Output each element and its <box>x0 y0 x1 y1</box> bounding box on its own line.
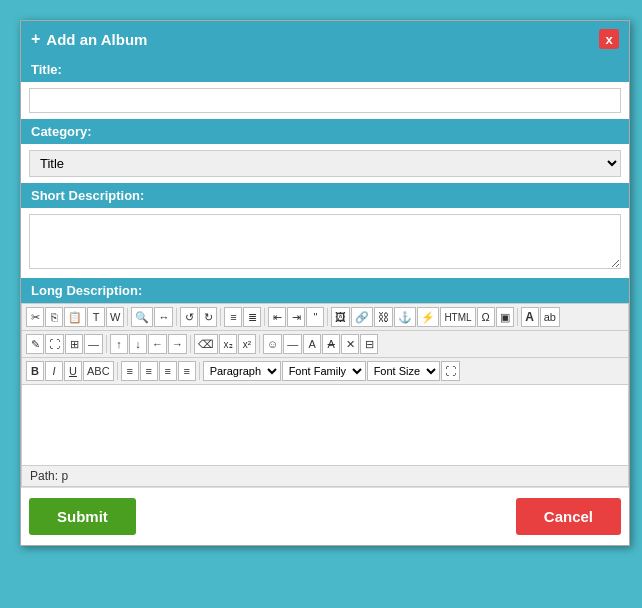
col-right-button[interactable]: → <box>168 334 187 354</box>
path-bar: Path: p <box>22 465 628 486</box>
category-select[interactable]: Title <box>29 150 621 177</box>
cancel-button[interactable]: Cancel <box>516 498 621 535</box>
hr-button[interactable]: — <box>84 334 103 354</box>
align-justify-button[interactable]: ≡ <box>178 361 196 381</box>
maximize-button[interactable]: ⛶ <box>441 361 460 381</box>
flash-button[interactable]: ⚡ <box>417 307 439 327</box>
modal-footer: Submit Cancel <box>21 487 629 545</box>
long-desc-section: ✂ ⎘ 📋 T W 🔍 ↔ ↺ ↻ ≡ ≣ ⇤ ⇥ " 🖼 🔗 ⛓ ⚓ ⚡ HT… <box>21 303 629 487</box>
toolbar-row-3: B I U ABC ≡ ≡ ≡ ≡ Paragraph Font Family … <box>22 358 628 385</box>
unordered-list-button[interactable]: ≡ <box>224 307 242 327</box>
short-desc-field-area <box>21 208 629 278</box>
toolbar-row-1: ✂ ⎘ 📋 T W 🔍 ↔ ↺ ↻ ≡ ≣ ⇤ ⇥ " 🖼 🔗 ⛓ ⚓ ⚡ HT… <box>22 304 628 331</box>
cut-button[interactable]: ✂ <box>26 307 44 327</box>
toolbar-sep-10 <box>117 362 118 380</box>
iframe-button[interactable]: ▣ <box>496 307 514 327</box>
italic-button[interactable]: I <box>45 361 63 381</box>
path-value: p <box>61 469 68 483</box>
align-right-button[interactable]: ≡ <box>159 361 177 381</box>
toolbar-sep-11 <box>199 362 200 380</box>
edit-source-button[interactable]: ✎ <box>26 334 44 354</box>
abc-button[interactable]: ABC <box>83 361 114 381</box>
add-album-modal: + Add an Album x Title: Category: Title … <box>20 20 630 546</box>
table-button[interactable]: ⊞ <box>65 334 83 354</box>
modal-header: + Add an Album x <box>21 21 629 57</box>
paste-word-button[interactable]: W <box>106 307 124 327</box>
special-char-button[interactable]: Ω <box>477 307 495 327</box>
font-family-select[interactable]: Font Family <box>282 361 366 381</box>
blockquote-button[interactable]: " <box>306 307 324 327</box>
paragraph-select[interactable]: Paragraph <box>203 361 281 381</box>
table2-button[interactable]: ⊟ <box>360 334 378 354</box>
subscript-button[interactable]: x₂ <box>219 334 237 354</box>
col-left-button[interactable]: ← <box>148 334 167 354</box>
link-button[interactable]: 🔗 <box>351 307 373 327</box>
paste-button[interactable]: 📋 <box>64 307 86 327</box>
short-desc-input[interactable] <box>29 214 621 269</box>
toolbar-sep-7 <box>106 335 107 353</box>
long-desc-editor[interactable] <box>22 385 628 465</box>
superscript-button[interactable]: x² <box>238 334 256 354</box>
underline-button[interactable]: U <box>64 361 82 381</box>
toolbar-sep-6 <box>517 308 518 326</box>
emoticon-button[interactable]: ☺ <box>263 334 282 354</box>
category-field-area: Title <box>21 144 629 183</box>
format-button[interactable]: A <box>303 334 321 354</box>
align-center-button[interactable]: ≡ <box>140 361 158 381</box>
font-size-select[interactable]: Font Size <box>367 361 440 381</box>
toolbar-row-2: ✎ ⛶ ⊞ — ↑ ↓ ← → ⌫ x₂ x² ☺ — A A ✕ ⊟ <box>22 331 628 358</box>
erase-button[interactable]: ⌫ <box>194 334 218 354</box>
indent-button[interactable]: ⇥ <box>287 307 305 327</box>
highlight-button[interactable]: ab <box>540 307 560 327</box>
toolbar-sep-5 <box>327 308 328 326</box>
strikethrough-button[interactable]: A <box>322 334 340 354</box>
image-button[interactable]: 🖼 <box>331 307 350 327</box>
copy-button[interactable]: ⎘ <box>45 307 63 327</box>
outdent-button[interactable]: ⇤ <box>268 307 286 327</box>
toolbar-sep-9 <box>259 335 260 353</box>
title-input[interactable] <box>29 88 621 113</box>
align-left-button[interactable]: ≡ <box>121 361 139 381</box>
html-button[interactable]: HTML <box>440 307 475 327</box>
modal-title: Add an Album <box>46 31 147 48</box>
short-desc-label: Short Description: <box>21 183 629 208</box>
undo-button[interactable]: ↺ <box>180 307 198 327</box>
insert-hr-button[interactable]: — <box>283 334 302 354</box>
toolbar-sep-4 <box>264 308 265 326</box>
title-label: Title: <box>21 57 629 82</box>
close-button[interactable]: x <box>599 29 619 49</box>
plus-icon: + <box>31 30 40 48</box>
remove-btn[interactable]: ✕ <box>341 334 359 354</box>
redo-button[interactable]: ↻ <box>199 307 217 327</box>
toolbar-sep-8 <box>190 335 191 353</box>
category-label: Category: <box>21 119 629 144</box>
ordered-list-button[interactable]: ≣ <box>243 307 261 327</box>
toolbar-sep-1 <box>127 308 128 326</box>
bold-button[interactable]: B <box>26 361 44 381</box>
long-desc-label: Long Description: <box>21 278 629 303</box>
submit-button[interactable]: Submit <box>29 498 136 535</box>
unlink-button[interactable]: ⛓ <box>374 307 393 327</box>
paste-text-button[interactable]: T <box>87 307 105 327</box>
replace-button[interactable]: ↔ <box>154 307 173 327</box>
fullscreen-button[interactable]: ⛶ <box>45 334 64 354</box>
title-field-area <box>21 82 629 119</box>
toolbar-sep-3 <box>220 308 221 326</box>
row-above-button[interactable]: ↑ <box>110 334 128 354</box>
row-below-button[interactable]: ↓ <box>129 334 147 354</box>
anchor-button[interactable]: ⚓ <box>394 307 416 327</box>
font-color-button[interactable]: A <box>521 307 539 327</box>
find-button[interactable]: 🔍 <box>131 307 153 327</box>
path-label: Path: <box>30 469 58 483</box>
toolbar-sep-2 <box>176 308 177 326</box>
